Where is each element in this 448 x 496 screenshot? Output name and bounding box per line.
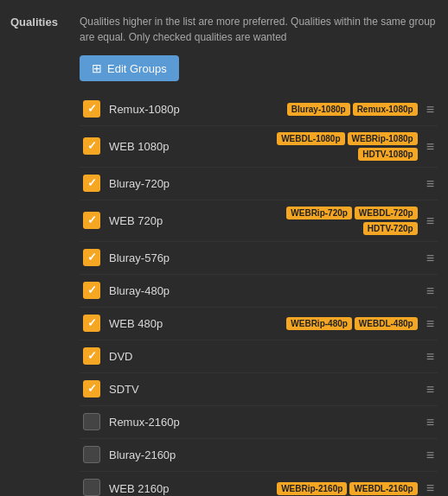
quality-item-bluray-2160p: Bluray-2160p≡ [80,439,438,472]
quality-item-sdtv: SDTV≡ [80,373,438,406]
qualities-section: Qualities Qualities higher in the list a… [0,0,448,496]
quality-item-dvd: DVD≡ [80,340,438,373]
drag-handle-bluray-480p[interactable]: ≡ [426,283,434,299]
drag-handle-web-1080p[interactable]: ≡ [426,139,434,155]
quality-item-web-1080p: WEB 1080pWEBDL-1080pWEBRip-1080pHDTV-108… [80,126,438,168]
tag-webdl-480p: WEBDL-480p [355,317,418,330]
checkbox-web-1080p[interactable] [83,137,102,156]
tag-hdtv-1080p: HDTV-1080p [358,148,417,161]
quality-item-bluray-720p: Bluray-720p≡ [80,168,438,200]
qualities-label: Qualities [10,16,58,29]
tag-webrip-480p: WEBRip-480p [286,317,352,330]
quality-item-bluray-576p: Bluray-576p≡ [80,242,438,275]
quality-item-web-2160p: WEB 2160pWEBRip-2160pWEBDL-2160p≡ [80,472,438,496]
quality-name-bluray-2160p: Bluray-2160p [109,448,423,461]
quality-list: Remux-1080pBluray-1080pRemux-1080p≡WEB 1… [80,93,438,496]
tags-web-1080p: WEBDL-1080pWEBRip-1080pHDTV-1080p [263,132,417,161]
tag-webdl-720p: WEBDL-720p [355,207,418,219]
quality-item-web-720p: WEB 720pWEBRip-720pWEBDL-720pHDTV-720p≡ [80,200,438,242]
drag-handle-web-2160p[interactable]: ≡ [426,480,434,496]
quality-item-bluray-480p: Bluray-480p≡ [80,275,438,308]
description-text: Qualities higher in the list are more pr… [80,14,438,45]
edit-groups-label: Edit Groups [107,62,167,75]
quality-name-web-720p: WEB 720p [109,214,263,227]
tag-bluray-1080p: Bluray-1080p [287,103,350,116]
tags-web-480p: WEBRip-480pWEBDL-480p [263,317,417,330]
edit-groups-icon: ⊞ [92,61,102,75]
drag-handle-web-720p[interactable]: ≡ [426,213,434,229]
checkbox-sdtv[interactable] [83,380,102,399]
quality-name-bluray-720p: Bluray-720p [109,177,423,190]
quality-item-remux-1080p: Remux-1080pBluray-1080pRemux-1080p≡ [80,93,438,126]
checkbox-bluray-576p[interactable] [83,249,102,268]
quality-name-web-1080p: WEB 1080p [109,140,263,153]
tags-web-720p: WEBRip-720pWEBDL-720pHDTV-720p [263,207,417,235]
tag-webdl-1080p: WEBDL-1080p [277,132,344,145]
tag-webrip-720p: WEBRip-720p [286,207,352,219]
tag-remux-1080p: Remux-1080p [353,103,418,116]
checkbox-dvd[interactable] [83,347,102,366]
checkbox-remux-1080p[interactable] [83,100,102,119]
edit-groups-button[interactable]: ⊞ Edit Groups [80,55,179,81]
drag-handle-remux-2160p[interactable]: ≡ [426,415,434,430]
drag-handle-bluray-720p[interactable]: ≡ [426,176,434,192]
drag-handle-sdtv[interactable]: ≡ [426,382,434,397]
tag-hdtv-720p: HDTV-720p [363,222,418,235]
checkbox-bluray-480p[interactable] [83,282,102,301]
quality-name-web-480p: WEB 480p [109,317,263,330]
checkbox-web-480p[interactable] [83,315,102,334]
checkbox-web-2160p[interactable] [83,479,102,496]
section-label: Qualities [10,14,71,496]
drag-handle-remux-1080p[interactable]: ≡ [426,102,434,118]
quality-item-web-480p: WEB 480pWEBRip-480pWEBDL-480p≡ [80,308,438,340]
quality-name-remux-2160p: Remux-2160p [109,416,423,429]
quality-name-sdtv: SDTV [109,383,423,396]
quality-name-remux-1080p: Remux-1080p [109,103,263,116]
tag-webrip-2160p: WEBRip-2160p [277,482,347,495]
checkbox-bluray-720p[interactable] [83,175,102,194]
content-column: Qualities higher in the list are more pr… [80,14,438,496]
drag-handle-dvd[interactable]: ≡ [426,349,434,365]
quality-item-remux-2160p: Remux-2160p≡ [80,406,438,439]
tags-remux-1080p: Bluray-1080pRemux-1080p [263,103,417,116]
drag-handle-bluray-2160p[interactable]: ≡ [426,448,434,463]
checkbox-remux-2160p[interactable] [83,413,102,432]
tag-webrip-1080p: WEBRip-1080p [348,132,418,145]
quality-name-bluray-576p: Bluray-576p [109,251,423,264]
quality-name-web-2160p: WEB 2160p [109,482,263,495]
tag-webdl-2160p: WEBDL-2160p [349,482,417,495]
tags-web-2160p: WEBRip-2160pWEBDL-2160p [263,482,417,495]
drag-handle-web-480p[interactable]: ≡ [426,316,434,332]
checkbox-web-720p[interactable] [83,212,102,231]
checkbox-bluray-2160p[interactable] [83,446,102,465]
drag-handle-bluray-576p[interactable]: ≡ [426,251,434,266]
quality-name-bluray-480p: Bluray-480p [109,284,423,297]
quality-name-dvd: DVD [109,350,423,363]
